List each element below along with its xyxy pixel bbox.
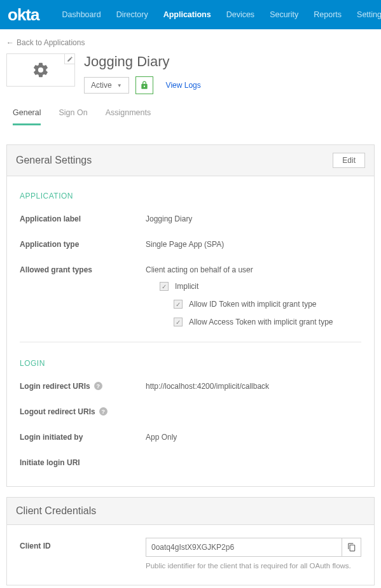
nav-directory[interactable]: Directory — [109, 0, 156, 29]
edit-button[interactable]: Edit — [333, 153, 365, 168]
field-client-id: Client ID Public identifier for the clie… — [20, 538, 361, 570]
field-application-type: Application type Single Page App (SPA) — [20, 240, 361, 249]
checkbox-allow-id-token: ✓ Allow ID Token with implicit grant typ… — [174, 300, 361, 309]
field-label-text: Login redirect URIs — [20, 382, 90, 391]
clipboard-icon — [347, 543, 356, 552]
nav-links: Dashboard Directory Applications Devices… — [54, 0, 381, 29]
info-icon[interactable]: ? — [99, 407, 107, 416]
field-label: Initiate login URI — [20, 458, 146, 467]
field-label: Application type — [20, 240, 146, 249]
field-label: Logout redirect URIs ? — [20, 407, 146, 416]
field-value — [146, 458, 361, 467]
client-credentials-title: Client Credentials — [16, 505, 96, 517]
client-credentials-body: Client ID Public identifier for the clie… — [7, 525, 374, 585]
nav-security[interactable]: Security — [262, 0, 306, 29]
grant-types-options: ✓ Implicit ✓ Allow ID Token with implici… — [160, 282, 361, 326]
field-label: Allowed grant types — [20, 265, 146, 335]
grant-types-sub-label: Client acting on behalf of a user — [146, 265, 361, 274]
client-id-input[interactable] — [146, 538, 342, 557]
checkbox-label: Implicit — [175, 282, 198, 291]
client-id-input-wrap — [146, 538, 361, 557]
app-icon-box — [6, 53, 75, 87]
app-title: Jogging Diary — [84, 53, 201, 70]
checkbox-label: Allow ID Token with implicit grant type — [189, 300, 317, 309]
status-dropdown[interactable]: Active ▼ — [84, 77, 129, 94]
field-initiate-login-uri: Initiate login URI — [20, 458, 361, 467]
field-value: Single Page App (SPA) — [146, 240, 361, 249]
arrow-left-icon: ← — [6, 38, 14, 47]
page-content: ← Back to Applications Jogging Diary Act… — [0, 29, 381, 588]
lock-icon — [140, 81, 149, 90]
field-login-initiated-by: Login initiated by App Only — [20, 433, 361, 442]
client-id-help-text: Public identifier for the client that is… — [146, 562, 361, 570]
app-header-details: Jogging Diary Active ▼ View Logs — [84, 53, 201, 94]
field-allowed-grant-types: Allowed grant types Client acting on beh… — [20, 265, 361, 335]
gear-icon — [32, 61, 50, 79]
nav-settings[interactable]: Settings — [349, 0, 381, 29]
status-dropdown-label: Active — [91, 81, 112, 90]
back-to-applications-link[interactable]: ← Back to Applications — [6, 38, 375, 47]
app-status-indicator — [135, 76, 153, 94]
field-application-label: Application label Jogging Diary — [20, 214, 361, 223]
field-label-text: Logout redirect URIs — [20, 407, 95, 416]
client-credentials-panel: Client Credentials Client ID Public iden… — [6, 497, 375, 585]
field-value: Client acting on behalf of a user ✓ Impl… — [146, 265, 361, 335]
field-value: App Only — [146, 433, 361, 442]
client-id-value-container: Public identifier for the client that is… — [146, 538, 361, 570]
section-login-heading: LOGIN — [20, 359, 361, 368]
app-header: Jogging Diary Active ▼ View Logs — [6, 53, 375, 99]
back-link-label: Back to Applications — [17, 38, 85, 47]
nav-reports[interactable]: Reports — [306, 0, 349, 29]
field-login-redirect-uris: Login redirect URIs ? http://localhost:4… — [20, 382, 361, 391]
tab-general[interactable]: General — [13, 108, 41, 125]
checkbox-label: Allow Access Token with implicit grant t… — [189, 318, 333, 326]
nav-dashboard[interactable]: Dashboard — [54, 0, 108, 29]
okta-logo: okta — [8, 5, 39, 25]
client-credentials-header: Client Credentials — [7, 498, 374, 525]
tab-assignments[interactable]: Assignments — [106, 108, 151, 125]
field-label: Client ID — [20, 538, 146, 550]
general-settings-header: General Settings Edit — [7, 145, 374, 176]
field-value — [146, 407, 361, 416]
checkbox-icon: ✓ — [174, 300, 183, 309]
app-tabs: General Sign On Assignments — [6, 99, 375, 125]
app-controls: Active ▼ View Logs — [84, 76, 201, 94]
field-label: Login redirect URIs ? — [20, 382, 146, 391]
top-nav: okta Dashboard Directory Applications De… — [0, 0, 381, 29]
section-application-heading: APPLICATION — [20, 192, 361, 200]
field-label: Application label — [20, 214, 146, 223]
copy-client-id-button[interactable] — [342, 538, 361, 557]
tab-sign-on[interactable]: Sign On — [59, 108, 87, 125]
info-icon[interactable]: ? — [94, 382, 102, 390]
view-logs-link[interactable]: View Logs — [166, 81, 201, 90]
general-settings-title: General Settings — [16, 155, 92, 166]
edit-app-icon-button[interactable] — [64, 54, 74, 64]
nav-applications[interactable]: Applications — [156, 0, 219, 29]
checkbox-allow-access-token: ✓ Allow Access Token with implicit grant… — [174, 318, 361, 326]
field-value: Jogging Diary — [146, 214, 361, 223]
pencil-icon — [67, 56, 73, 62]
checkbox-icon: ✓ — [160, 282, 169, 291]
checkbox-implicit: ✓ Implicit — [160, 282, 361, 291]
nav-devices[interactable]: Devices — [219, 0, 262, 29]
section-divider — [20, 342, 361, 342]
caret-down-icon: ▼ — [117, 83, 122, 88]
field-label: Login initiated by — [20, 433, 146, 442]
field-logout-redirect-uris: Logout redirect URIs ? — [20, 407, 361, 416]
checkbox-icon: ✓ — [174, 318, 183, 326]
general-settings-body: APPLICATION Application label Jogging Di… — [7, 176, 374, 486]
general-settings-panel: General Settings Edit APPLICATION Applic… — [6, 144, 375, 487]
field-value: http://localhost:4200/implicit/callback — [146, 382, 361, 391]
